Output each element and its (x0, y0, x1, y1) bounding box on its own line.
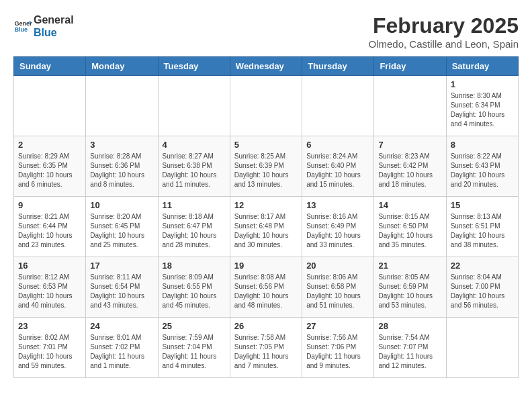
calendar-week-4: 16Sunrise: 8:12 AM Sunset: 6:53 PM Dayli… (14, 257, 519, 318)
day-info: Sunrise: 8:11 AM Sunset: 6:54 PM Dayligh… (90, 273, 153, 310)
weekday-header-friday: Friday (374, 57, 446, 76)
day-info: Sunrise: 8:05 AM Sunset: 6:59 PM Dayligh… (378, 273, 441, 310)
calendar-cell (446, 318, 518, 378)
page-title: February 2025 (369, 13, 519, 38)
calendar-cell: 14Sunrise: 8:15 AM Sunset: 6:50 PM Dayli… (374, 197, 446, 257)
calendar-cell: 5Sunrise: 8:25 AM Sunset: 6:39 PM Daylig… (230, 136, 302, 197)
calendar-table: SundayMondayTuesdayWednesdayThursdayFrid… (13, 56, 519, 378)
day-info: Sunrise: 8:08 AM Sunset: 6:56 PM Dayligh… (234, 273, 298, 310)
calendar-cell: 25Sunrise: 7:59 AM Sunset: 7:04 PM Dayli… (158, 318, 230, 378)
weekday-header-saturday: Saturday (446, 57, 518, 76)
calendar-week-3: 9Sunrise: 8:21 AM Sunset: 6:44 PM Daylig… (14, 197, 519, 257)
calendar-cell: 9Sunrise: 8:21 AM Sunset: 6:44 PM Daylig… (14, 197, 86, 257)
calendar-week-5: 23Sunrise: 8:02 AM Sunset: 7:01 PM Dayli… (14, 318, 519, 378)
calendar-cell: 2Sunrise: 8:29 AM Sunset: 6:35 PM Daylig… (14, 136, 86, 197)
day-number: 10 (90, 200, 153, 210)
day-info: Sunrise: 8:21 AM Sunset: 6:44 PM Dayligh… (18, 212, 81, 250)
day-number: 11 (163, 200, 226, 210)
page-header: General Blue General Blue February 2025 … (13, 13, 519, 50)
day-info: Sunrise: 7:58 AM Sunset: 7:05 PM Dayligh… (234, 333, 298, 371)
day-number: 26 (234, 321, 298, 331)
calendar-cell: 16Sunrise: 8:12 AM Sunset: 6:53 PM Dayli… (14, 257, 86, 318)
calendar-cell: 21Sunrise: 8:05 AM Sunset: 6:59 PM Dayli… (374, 257, 446, 318)
calendar-cell: 3Sunrise: 8:28 AM Sunset: 6:36 PM Daylig… (86, 136, 158, 197)
day-info: Sunrise: 8:12 AM Sunset: 6:53 PM Dayligh… (18, 273, 81, 310)
calendar-cell: 1Sunrise: 8:30 AM Sunset: 6:34 PM Daylig… (446, 76, 518, 136)
day-number: 4 (163, 140, 226, 150)
calendar-week-2: 2Sunrise: 8:29 AM Sunset: 6:35 PM Daylig… (14, 136, 519, 197)
calendar-cell (302, 76, 374, 136)
calendar-cell (230, 76, 302, 136)
day-number: 18 (163, 261, 226, 271)
day-number: 8 (451, 140, 514, 150)
day-number: 2 (18, 140, 81, 150)
calendar-cell (158, 76, 230, 136)
day-number: 25 (163, 321, 226, 331)
svg-text:Blue: Blue (14, 27, 28, 34)
day-info: Sunrise: 8:22 AM Sunset: 6:43 PM Dayligh… (451, 152, 514, 189)
calendar-cell: 11Sunrise: 8:18 AM Sunset: 6:47 PM Dayli… (158, 197, 230, 257)
day-info: Sunrise: 8:23 AM Sunset: 6:42 PM Dayligh… (378, 152, 441, 189)
calendar-cell: 24Sunrise: 8:01 AM Sunset: 7:02 PM Dayli… (86, 318, 158, 378)
day-number: 17 (90, 261, 153, 271)
calendar-cell: 19Sunrise: 8:08 AM Sunset: 6:56 PM Dayli… (230, 257, 302, 318)
page-subtitle: Olmedo, Castille and Leon, Spain (369, 38, 519, 50)
calendar-cell: 27Sunrise: 7:56 AM Sunset: 7:06 PM Dayli… (302, 318, 374, 378)
calendar-cell: 18Sunrise: 8:09 AM Sunset: 6:55 PM Dayli… (158, 257, 230, 318)
calendar-cell: 8Sunrise: 8:22 AM Sunset: 6:43 PM Daylig… (446, 136, 518, 197)
day-number: 22 (451, 261, 514, 271)
weekday-header-thursday: Thursday (302, 57, 374, 76)
day-info: Sunrise: 8:15 AM Sunset: 6:50 PM Dayligh… (378, 212, 441, 250)
day-info: Sunrise: 7:56 AM Sunset: 7:06 PM Dayligh… (306, 333, 369, 371)
day-number: 16 (18, 261, 81, 271)
title-block: February 2025 Olmedo, Castille and Leon,… (369, 13, 519, 50)
calendar-cell: 15Sunrise: 8:13 AM Sunset: 6:51 PM Dayli… (446, 197, 518, 257)
day-info: Sunrise: 8:01 AM Sunset: 7:02 PM Dayligh… (90, 333, 153, 371)
day-number: 28 (378, 321, 441, 331)
calendar-cell: 13Sunrise: 8:16 AM Sunset: 6:49 PM Dayli… (302, 197, 374, 257)
day-number: 5 (234, 140, 298, 150)
day-number: 9 (18, 200, 81, 210)
calendar-cell: 20Sunrise: 8:06 AM Sunset: 6:58 PM Dayli… (302, 257, 374, 318)
day-number: 12 (234, 200, 298, 210)
calendar-cell: 6Sunrise: 8:24 AM Sunset: 6:40 PM Daylig… (302, 136, 374, 197)
day-number: 24 (90, 321, 153, 331)
calendar-cell: 4Sunrise: 8:27 AM Sunset: 6:38 PM Daylig… (158, 136, 230, 197)
day-number: 1 (451, 79, 514, 89)
day-number: 20 (306, 261, 369, 271)
day-info: Sunrise: 8:06 AM Sunset: 6:58 PM Dayligh… (306, 273, 369, 310)
day-info: Sunrise: 8:30 AM Sunset: 6:34 PM Dayligh… (451, 91, 514, 129)
logo: General Blue General Blue (13, 13, 74, 39)
day-info: Sunrise: 8:16 AM Sunset: 6:49 PM Dayligh… (306, 212, 369, 250)
weekday-header-monday: Monday (86, 57, 158, 76)
day-info: Sunrise: 8:20 AM Sunset: 6:45 PM Dayligh… (90, 212, 153, 250)
calendar-cell: 12Sunrise: 8:17 AM Sunset: 6:48 PM Dayli… (230, 197, 302, 257)
day-info: Sunrise: 8:25 AM Sunset: 6:39 PM Dayligh… (234, 152, 298, 189)
day-number: 27 (306, 321, 369, 331)
day-info: Sunrise: 8:28 AM Sunset: 6:36 PM Dayligh… (90, 152, 153, 189)
calendar-week-1: 1Sunrise: 8:30 AM Sunset: 6:34 PM Daylig… (14, 76, 519, 136)
day-number: 13 (306, 200, 369, 210)
calendar-cell (86, 76, 158, 136)
calendar-body: 1Sunrise: 8:30 AM Sunset: 6:34 PM Daylig… (14, 76, 519, 378)
weekday-header-row: SundayMondayTuesdayWednesdayThursdayFrid… (14, 57, 519, 76)
day-info: Sunrise: 8:13 AM Sunset: 6:51 PM Dayligh… (451, 212, 514, 250)
calendar-cell (14, 76, 86, 136)
weekday-header-wednesday: Wednesday (230, 57, 302, 76)
calendar-cell: 7Sunrise: 8:23 AM Sunset: 6:42 PM Daylig… (374, 136, 446, 197)
day-number: 21 (378, 261, 441, 271)
calendar-cell: 22Sunrise: 8:04 AM Sunset: 7:00 PM Dayli… (446, 257, 518, 318)
weekday-header-sunday: Sunday (14, 57, 86, 76)
day-info: Sunrise: 8:09 AM Sunset: 6:55 PM Dayligh… (163, 273, 226, 310)
weekday-header-tuesday: Tuesday (158, 57, 230, 76)
day-number: 3 (90, 140, 153, 150)
day-info: Sunrise: 8:27 AM Sunset: 6:38 PM Dayligh… (163, 152, 226, 189)
day-number: 6 (306, 140, 369, 150)
day-info: Sunrise: 8:17 AM Sunset: 6:48 PM Dayligh… (234, 212, 298, 250)
calendar-cell (374, 76, 446, 136)
day-number: 23 (18, 321, 81, 331)
calendar-cell: 26Sunrise: 7:58 AM Sunset: 7:05 PM Dayli… (230, 318, 302, 378)
logo-blue: Blue (34, 26, 74, 39)
calendar-cell: 28Sunrise: 7:54 AM Sunset: 7:07 PM Dayli… (374, 318, 446, 378)
day-info: Sunrise: 7:59 AM Sunset: 7:04 PM Dayligh… (163, 333, 226, 371)
